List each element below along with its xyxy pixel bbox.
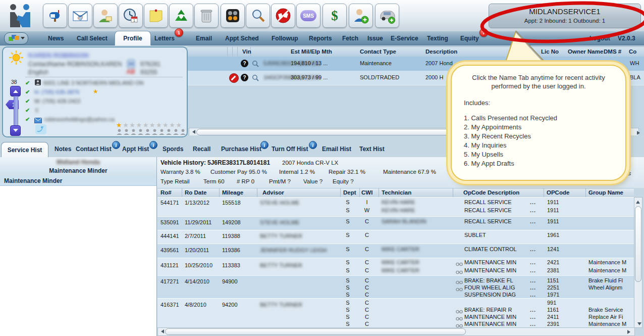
col-advisor[interactable]: Advisor xyxy=(262,189,284,196)
service-row[interactable]: 444141 2/7/2011 119388 BETTY TURNER S C … xyxy=(157,230,634,244)
twitter-icon[interactable] xyxy=(35,124,46,136)
more-ellipsis[interactable]: ... xyxy=(530,307,536,314)
tab-recall[interactable]: Recall xyxy=(193,146,210,153)
nav-tab-fetch[interactable]: Fetch xyxy=(342,35,358,42)
trash-icon[interactable] xyxy=(194,4,219,28)
col-contact-type[interactable]: Contact Type xyxy=(360,49,396,55)
col-mileage[interactable]: Mileage xyxy=(222,189,243,196)
col-opcode[interactable]: OPCode xyxy=(547,189,569,196)
col-description[interactable]: Description xyxy=(425,49,457,55)
col-cwi[interactable]: CWI xyxy=(361,189,372,196)
tab-turn-off-hist[interactable]: Turn Off Hist xyxy=(272,146,308,153)
calculator-icon[interactable] xyxy=(221,4,245,28)
slider-down-button[interactable] xyxy=(10,125,21,136)
tab-service-hist[interactable]: Service Hist xyxy=(1,142,48,158)
more-ellipsis[interactable]: ... xyxy=(530,199,536,207)
nav-tab-reports[interactable]: Reports xyxy=(309,35,332,42)
service-row[interactable]: 417271 4/14/2010 94900 S C BRAKE: BRAKE … xyxy=(157,275,634,299)
nav-tab-call-select[interactable]: Call Select xyxy=(77,35,108,42)
tab-contact-hist[interactable]: Contact Hist xyxy=(76,146,112,153)
more-ellipsis[interactable]: ... xyxy=(530,259,536,267)
note-icon[interactable] xyxy=(144,4,168,28)
mailbox-icon[interactable] xyxy=(43,4,67,28)
service-row[interactable]: 535091 11/29/2011 149208 STEVE HOLME S C… xyxy=(157,216,634,230)
col-ro[interactable]: Ro# xyxy=(160,189,172,196)
appt-hist-info-icon[interactable]: i xyxy=(149,141,157,149)
purchase-hist-info-icon[interactable]: i xyxy=(260,141,269,149)
nav-tab-letters[interactable]: Letters xyxy=(154,35,175,42)
service-row[interactable]: 439561 1/20/2011 119386 JENNIFER RUDGY L… xyxy=(157,244,634,258)
tab-text-hist[interactable]: Text Hist xyxy=(359,146,385,153)
schedule-icon[interactable]: 1 xyxy=(119,4,143,28)
service-row[interactable]: 544171 1/13/2012 155518 STEVE HOLME S I … xyxy=(157,197,634,217)
search-icon[interactable] xyxy=(246,4,270,28)
more-ellipsis[interactable]: ... xyxy=(530,277,536,285)
nav-tab-texting[interactable]: Texting xyxy=(427,35,448,42)
col-dept[interactable]: Dept xyxy=(343,189,356,196)
more-ellipsis[interactable]: ... xyxy=(530,267,536,275)
tab-spords[interactable]: Spords xyxy=(163,146,183,153)
service-row[interactable]: 431121 10/25/2010 113383 BETTY TURNER S … xyxy=(157,258,634,276)
scroll-left-arrow[interactable] xyxy=(190,130,195,134)
vehicle-help-icon[interactable]: ? xyxy=(241,74,248,81)
logged-in-user-box[interactable]: MIDLANDSERVICE1 Appt: 2 Inbound: 1 Outbo… xyxy=(489,4,641,28)
tab-purchase-hist[interactable]: Purchase Hist xyxy=(221,146,261,153)
left-panel-selected-item[interactable]: Maintenance Minder xyxy=(0,176,156,186)
col-group-name[interactable]: Group Name xyxy=(588,189,623,196)
col-vin[interactable]: Vin xyxy=(242,49,251,55)
col-est-mil[interactable]: Est Mil/Elp Mth xyxy=(291,49,332,55)
scroll-down-arrow[interactable] xyxy=(637,322,641,327)
sms-icon[interactable]: SMS xyxy=(296,4,320,28)
nav-tab-followup[interactable]: Followup xyxy=(272,35,298,42)
service-row[interactable]: 416371 4/8/2010 94200 BETTY TURNER S C 9… xyxy=(157,298,634,327)
nav-tab-e-service[interactable]: E-Service xyxy=(391,35,418,42)
col-owner-name[interactable]: Owner Name xyxy=(568,49,603,55)
nav-tab-appt-sched[interactable]: Appt Sched xyxy=(225,35,259,42)
nav-tab-email[interactable]: Email xyxy=(196,35,212,42)
more-ellipsis[interactable]: ... xyxy=(530,284,536,292)
recycle-icon[interactable] xyxy=(169,4,193,28)
col-technician[interactable]: Technician xyxy=(382,189,411,196)
col-dms[interactable]: DMS # xyxy=(604,49,621,55)
logout-link[interactable]: Logout xyxy=(589,35,610,42)
nav-group-button[interactable] xyxy=(4,32,28,44)
tab-notes[interactable]: Notes xyxy=(55,146,71,153)
customer-icon[interactable] xyxy=(93,4,118,28)
col-ro-date[interactable]: Ro Date xyxy=(185,189,206,196)
do-not-call-icon[interactable] xyxy=(271,4,295,28)
turn-off-hist-info-icon[interactable]: i xyxy=(309,141,317,149)
household-person-icons[interactable] xyxy=(116,128,186,137)
rating-stars[interactable]: ★★★★★★★★★★ xyxy=(116,121,183,129)
vehicle-search-icon[interactable] xyxy=(252,60,259,69)
slider-track[interactable] xyxy=(14,96,18,126)
customer-name[interactable]: KAREN ROBINSON xyxy=(28,52,89,59)
service-hscroll-thumb[interactable] xyxy=(165,328,466,335)
service-vscrollbar[interactable] xyxy=(634,197,642,328)
scroll-left-arrow[interactable] xyxy=(159,329,164,333)
nav-tab-equity[interactable]: Equity xyxy=(460,35,479,42)
more-ellipsis[interactable]: ... xyxy=(530,207,536,215)
more-ellipsis[interactable]: ... xyxy=(530,218,536,226)
tab-appt-hist[interactable]: Appt Hist xyxy=(122,146,149,153)
add-vehicle-icon[interactable] xyxy=(375,4,399,28)
more-ellipsis[interactable]: ... xyxy=(530,314,536,321)
nav-tab-profile[interactable]: Profile xyxy=(115,31,151,45)
contact-hist-info-icon[interactable]: i xyxy=(112,141,120,149)
more-ellipsis[interactable]: ... xyxy=(530,246,536,254)
scroll-right-arrow[interactable] xyxy=(627,330,632,334)
col-color[interactable]: Co xyxy=(629,49,636,55)
nav-tab-issue[interactable]: Issue xyxy=(367,35,383,42)
slider-up-button[interactable] xyxy=(10,86,21,97)
service-hscrollbar[interactable] xyxy=(157,327,635,336)
scroll-up-arrow[interactable] xyxy=(636,199,640,204)
email-blast-icon[interactable]: @ xyxy=(68,4,92,28)
tab-email-hist[interactable]: Email Hist xyxy=(322,146,351,153)
vehicle-search-icon[interactable] xyxy=(252,74,259,83)
money-icon[interactable]: $ xyxy=(323,4,347,28)
no-contact-icon[interactable] xyxy=(229,73,239,83)
vehicle-hscroll-thumb[interactable] xyxy=(196,129,459,135)
add-customer-icon[interactable] xyxy=(349,4,373,28)
col-opcode-desc[interactable]: OpCode Description xyxy=(463,189,519,196)
vehicle-help-icon[interactable]: ? xyxy=(241,60,248,67)
scroll-right-arrow[interactable] xyxy=(637,131,642,135)
